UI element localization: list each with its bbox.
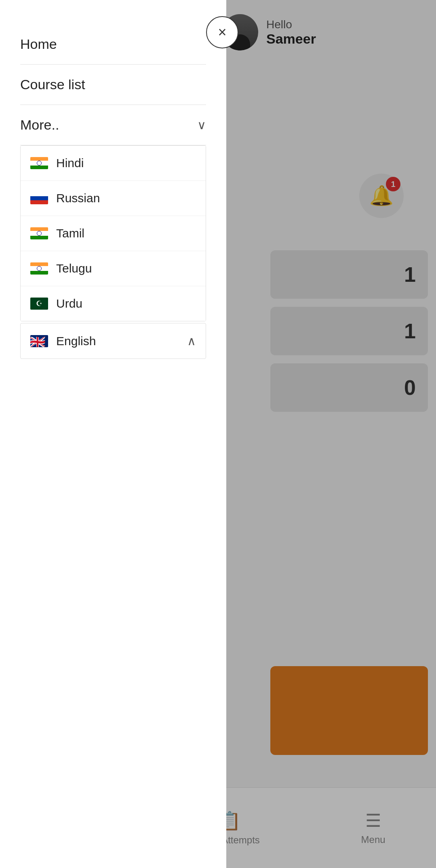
flag-russia	[30, 192, 48, 204]
language-item-tamil[interactable]: Tamil	[21, 216, 206, 251]
course-list-label: Course list	[20, 77, 85, 92]
english-label: English	[56, 334, 96, 348]
chevron-down-icon: ∨	[197, 118, 206, 132]
more-label: More..	[20, 117, 59, 133]
flag-india-telugu	[30, 262, 48, 275]
chevron-up-icon: ∧	[187, 334, 196, 348]
more-header[interactable]: More.. ∨	[20, 105, 206, 145]
telugu-label: Telugu	[56, 262, 92, 275]
side-drawer: × Home Course list More.. ∨ Hindi	[0, 0, 226, 868]
drawer-nav-course-list[interactable]: Course list	[20, 65, 206, 105]
language-item-urdu[interactable]: Urdu	[21, 286, 206, 321]
home-label: Home	[20, 36, 57, 52]
language-item-russian[interactable]: Russian	[21, 181, 206, 216]
russian-label: Russian	[56, 191, 100, 205]
hindi-label: Hindi	[56, 156, 84, 170]
close-drawer-button[interactable]: ×	[206, 16, 238, 48]
tamil-label: Tamil	[56, 226, 84, 240]
drawer-nav-home[interactable]: Home	[20, 24, 206, 65]
flag-india-tamil	[30, 227, 48, 239]
language-selected-english[interactable]: English ∧	[20, 323, 206, 359]
flag-india-hindi	[30, 157, 48, 169]
language-list: Hindi Russian Tamil	[20, 145, 206, 321]
close-icon: ×	[218, 24, 226, 41]
language-item-hindi[interactable]: Hindi	[21, 146, 206, 181]
selected-language-left: English	[30, 334, 96, 348]
language-item-telugu[interactable]: Telugu	[21, 251, 206, 286]
flag-uk	[30, 335, 48, 347]
urdu-label: Urdu	[56, 297, 82, 310]
more-dropdown: More.. ∨ Hindi Russian	[20, 105, 206, 359]
flag-pakistan	[30, 298, 48, 310]
